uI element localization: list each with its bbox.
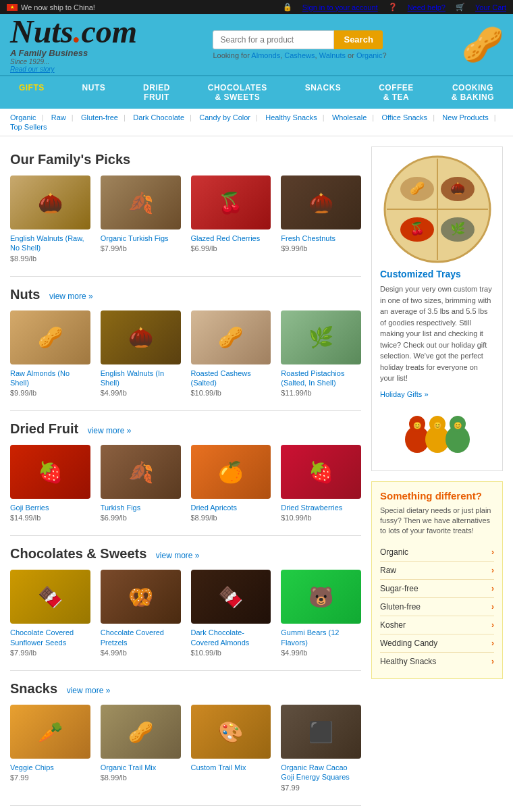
subnav-new-products[interactable]: New Products	[442, 113, 495, 121]
snacks-section: Snacks view more » 🥕 Veggie Chips $7.99 …	[10, 681, 361, 792]
cashews-link[interactable]: Cashews	[284, 51, 315, 59]
nuts-grid: 🥜 Raw Almonds (No Shell) $9.99/lb 🌰 Engl…	[10, 310, 361, 398]
different-glutenfree-link[interactable]: Gluten-free ›	[380, 598, 494, 616]
product-item: 🌿 Roasted Pistachios (Salted, In Shell) …	[281, 310, 361, 398]
product-image: 🥜	[101, 705, 181, 759]
product-name[interactable]: Roasted Pistachios (Salted, In Shell)	[281, 369, 361, 388]
product-image: 🍒	[191, 175, 271, 229]
nav-snacks[interactable]: SNACKS	[300, 76, 347, 99]
product-name[interactable]: Gummi Bears (12 Flavors)	[281, 628, 361, 647]
product-name[interactable]: Chocolate Covered Sunflower Seeds	[10, 628, 90, 647]
dried-fruit-title: Dried Fruit view more »	[10, 421, 361, 437]
content-area: Our Family's Picks 🌰 English Walnuts (Ra…	[10, 146, 361, 812]
subnav-candy-color[interactable]: Candy by Color	[199, 113, 258, 121]
subnav-wholesale[interactable]: Wholesale	[332, 113, 374, 121]
search-button[interactable]: Search	[334, 30, 382, 49]
product-price: $10.99/lb	[191, 649, 271, 657]
subnav-raw[interactable]: Raw	[51, 113, 74, 121]
product-item: ⬛ Organic Raw Cacao Goji Energy Squares …	[281, 705, 361, 792]
header: Nuts.com A Family Business Since 1929...…	[0, 14, 513, 75]
product-name[interactable]: Dried Strawberries	[281, 503, 361, 512]
almonds-link[interactable]: Almonds	[251, 51, 280, 59]
product-name[interactable]: Glazed Red Cherries	[191, 234, 271, 243]
chocolates-view-more[interactable]: view more »	[156, 551, 200, 560]
product-image: 🐻	[281, 570, 361, 624]
nav-nuts[interactable]: NUTS	[77, 76, 111, 99]
subnav-top-sellers[interactable]: Top Sellers	[10, 123, 52, 131]
product-item: 🥜 Organic Trail Mix $8.99/lb	[101, 705, 181, 792]
subnav-gluten-free[interactable]: Gluten-free	[81, 113, 126, 121]
product-price: $6.99/lb	[101, 514, 181, 522]
product-image: 🍓	[281, 445, 361, 499]
read-story-link[interactable]: Read our story	[10, 65, 55, 73]
search-suggestions: Looking for Almonds, Cashews, Walnuts or…	[213, 51, 386, 59]
product-name[interactable]: English Walnuts (Raw, No Shell)	[10, 234, 90, 253]
subnav-dark-chocolate[interactable]: Dark Chocolate	[133, 113, 192, 121]
section-divider	[10, 410, 361, 411]
walnuts-link[interactable]: Walnuts	[319, 51, 346, 59]
different-wedding-link[interactable]: Wedding Candy ›	[380, 634, 494, 653]
product-name[interactable]: Dark Chocolate-Covered Almonds	[191, 628, 271, 647]
different-kosher-link[interactable]: Kosher ›	[380, 616, 494, 634]
subnav-healthy-snacks[interactable]: Healthy Snacks	[265, 113, 324, 121]
product-name[interactable]: Raw Almonds (No Shell)	[10, 369, 90, 388]
product-image: 🍂	[101, 175, 181, 229]
product-name[interactable]: Fresh Chestnuts	[281, 234, 361, 243]
product-item: 🍂 Organic Turkish Figs $7.99/lb	[101, 175, 181, 263]
different-sugarfree-link[interactable]: Sugar-free ›	[380, 580, 494, 598]
nuts-view-more[interactable]: view more »	[49, 292, 93, 301]
product-item: 🐻 Gummi Bears (12 Flavors) $4.99/lb	[281, 570, 361, 657]
nav-dried-fruit[interactable]: DRIEDFRUIT	[138, 76, 176, 109]
dried-fruit-view-more[interactable]: view more »	[88, 426, 132, 435]
nav-coffee[interactable]: COFFEE& TEA	[373, 76, 419, 109]
different-healthy-link[interactable]: Healthy Snacks ›	[380, 653, 494, 670]
product-item: 🍓 Goji Berries $14.99/lb	[10, 445, 90, 522]
mascots-svg: 😊 😊 😊	[397, 402, 478, 456]
product-name[interactable]: English Walnuts (In Shell)	[101, 369, 181, 388]
product-price: $8.99/lb	[101, 774, 181, 782]
sign-in-link[interactable]: Sign in to your account	[302, 3, 378, 11]
product-item: 🌰 English Walnuts (In Shell) $4.99/lb	[101, 310, 181, 398]
holiday-gifts-link[interactable]: Holiday Gifts »	[380, 390, 429, 398]
different-organic-link[interactable]: Organic ›	[380, 543, 494, 562]
product-name[interactable]: Organic Raw Cacao Goji Energy Squares	[281, 763, 361, 782]
product-price: $7.99	[10, 774, 90, 782]
product-name[interactable]: Custom Trail Mix	[191, 763, 271, 772]
family-picks-section: Our Family's Picks 🌰 English Walnuts (Ra…	[10, 152, 361, 263]
need-help-link[interactable]: Need help?	[408, 3, 446, 11]
product-name[interactable]: Roasted Cashews (Salted)	[191, 369, 271, 388]
subnav-organic[interactable]: Organic	[10, 113, 43, 121]
china-notice: ★ We now ship to China!	[7, 3, 95, 11]
cart-link[interactable]: Your Cart	[475, 3, 506, 11]
search-input[interactable]	[213, 30, 334, 49]
product-name[interactable]: Turkish Figs	[101, 503, 181, 512]
nav-cooking[interactable]: COOKING& BAKING	[446, 76, 500, 109]
product-image: 🎨	[191, 705, 271, 759]
dried-fruit-grid: 🍓 Goji Berries $14.99/lb 🍂 Turkish Figs …	[10, 445, 361, 522]
site-logo[interactable]: Nuts.com A Family Business Since 1929...…	[10, 16, 137, 74]
product-image: 🥜	[10, 310, 90, 364]
nav-gifts[interactable]: GIFTS	[14, 76, 50, 99]
product-name[interactable]: Organic Turkish Figs	[101, 234, 181, 243]
sidebar: 🥜 🌰 🍒 🌿 Customized Trays Design your ver…	[371, 146, 503, 812]
product-name[interactable]: Chocolate Covered Pretzels	[101, 628, 181, 647]
section-divider	[10, 535, 361, 536]
tray-image: 🥜 🌰 🍒 🌿	[380, 155, 494, 263]
product-name[interactable]: Dried Apricots	[191, 503, 271, 512]
tray-title: Customized Trays	[380, 269, 494, 279]
product-name[interactable]: Goji Berries	[10, 503, 90, 512]
section-divider	[10, 670, 361, 671]
product-name[interactable]: Organic Trail Mix	[101, 763, 181, 772]
svg-text:😊: 😊	[413, 421, 422, 430]
nav-chocolates[interactable]: CHOCOLATES& SWEETS	[202, 76, 273, 109]
product-name[interactable]: Veggie Chips	[10, 763, 90, 772]
organic-link[interactable]: Organic	[356, 51, 383, 59]
dried-fruit-section: Dried Fruit view more » 🍓 Goji Berries $…	[10, 421, 361, 522]
snacks-view-more[interactable]: view more »	[67, 686, 111, 695]
svg-text:😊: 😊	[433, 421, 442, 430]
product-image: 🍂	[101, 445, 181, 499]
mascot-image: 🥜	[462, 21, 503, 68]
different-raw-link[interactable]: Raw ›	[380, 562, 494, 580]
subnav-office-snacks[interactable]: Office Snacks	[381, 113, 435, 121]
product-price: $7.99	[281, 784, 361, 792]
